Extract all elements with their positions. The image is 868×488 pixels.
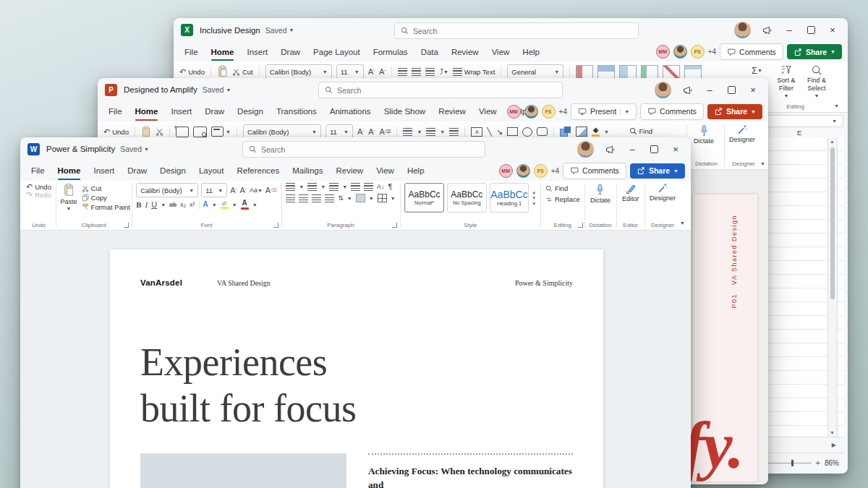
comments-button[interactable]: Comments [563,163,626,179]
share-button[interactable]: Share ▼ [787,44,842,59]
shading-button[interactable] [356,194,365,202]
tab-review[interactable]: Review [432,101,472,121]
collapse-ribbon-icon[interactable]: ▼ [680,221,685,226]
tab-view[interactable]: View [370,160,401,181]
clear-formatting-button[interactable]: A⌫ [265,187,277,194]
close-button[interactable]: × [742,82,764,98]
comments-button[interactable]: Comments [720,43,783,60]
copy-button[interactable]: Copy [82,194,130,202]
grow-font-button[interactable]: Aˆ [230,187,237,194]
word-search-input[interactable]: Search [242,141,485,158]
sort-button[interactable]: A↓ [377,184,385,190]
close-button[interactable]: × [665,142,686,158]
scroll-down-icon[interactable]: ▼ [830,430,835,435]
sort-filter-button[interactable]: Sort & Filter ▼ [773,64,800,98]
shrink-font-button[interactable]: Aˇ [379,68,386,76]
collapse-ribbon-icon[interactable]: ▼ [760,161,765,166]
tab-draw[interactable]: Draw [121,160,153,181]
align-top-button[interactable] [398,68,407,76]
tab-review[interactable]: Review [329,160,370,181]
insert-cells-button[interactable] [641,65,658,79]
user-avatar[interactable] [655,82,671,98]
tab-help[interactable]: Help [516,42,546,61]
redo-button[interactable]: ↷Redo [26,191,51,199]
text-effects-button[interactable]: A [203,201,208,208]
collaborator-avatar[interactable]: MM [656,45,670,59]
format-painter-button[interactable]: Format Paint [82,203,130,211]
tab-draw[interactable]: Draw [274,42,307,61]
font-name-select[interactable]: Calibri (Body)▼ [265,64,332,79]
collaborator-avatar[interactable]: FS [542,105,556,119]
paste-button[interactable]: Paste ▼ [61,183,77,211]
line-spacing-button[interactable]: ⇅ [338,195,344,202]
shrink-font-button[interactable]: Aˇ [368,128,375,136]
numbering-button[interactable] [426,128,435,136]
tab-animations[interactable]: Animations [323,101,378,121]
find-button[interactable]: Find [545,184,580,192]
paste-button[interactable] [217,65,228,78]
font-color-button[interactable]: A [241,200,249,210]
rectangle-shape-button[interactable] [507,127,518,136]
zoom-in-button[interactable]: + [816,458,820,467]
autosum-button[interactable]: Σ▼ [752,66,762,75]
strikethrough-button[interactable]: ab [169,202,176,208]
decrease-indent-button[interactable] [351,183,360,191]
tab-view[interactable]: View [485,42,516,61]
column-header-label[interactable]: E [797,129,801,137]
cell-styles-button[interactable] [619,65,637,79]
designer-button[interactable]: Designer [650,183,676,202]
find-button[interactable]: Find [629,127,652,135]
style-no-spacing[interactable]: AaBbCc No Spacing [447,183,487,213]
paste-button[interactable] [141,126,151,138]
maximize-button[interactable] [800,22,822,38]
tab-references[interactable]: References [230,160,286,181]
increase-indent-button[interactable] [364,183,373,191]
delete-cells-button[interactable] [663,65,680,79]
cut-button[interactable]: Cut [82,184,130,192]
shape-fill-button[interactable]: ◆ [592,127,600,137]
line-shape-button[interactable]: ╲ [487,128,492,136]
bullets-button[interactable] [286,183,295,191]
tab-transitions[interactable]: Transitions [270,101,323,121]
tab-slide-show[interactable]: Slide Show [378,101,433,121]
scroll-right-icon[interactable]: ▶ [832,442,836,448]
replace-button[interactable]: Replace [545,195,580,203]
conditional-formatting-button[interactable] [576,65,593,79]
minimize-button[interactable]: – [778,22,800,38]
collaborator-avatar[interactable]: FS [691,45,705,59]
align-middle-button[interactable] [412,68,421,76]
collaborator-avatar[interactable]: MM [499,164,513,178]
ellipse-shape-button[interactable] [522,127,532,137]
collaborator-overflow[interactable]: +4 [708,48,716,56]
font-size-select[interactable]: 11▼ [336,64,364,79]
feedback-megaphone-icon[interactable] [600,142,621,158]
tab-page-layout[interactable]: Page Layout [307,42,367,61]
collaborator-overflow[interactable]: +4 [551,167,559,175]
reuse-slides-button[interactable] [193,127,207,137]
number-format-select[interactable]: General▼ [507,64,563,79]
align-right-button[interactable] [312,194,321,202]
tab-view[interactable]: View [472,101,503,121]
present-button[interactable]: Present ▼ [571,103,637,120]
tab-insert[interactable]: Insert [164,101,198,121]
collaborator-avatar[interactable]: MM [507,105,521,119]
undo-button[interactable]: ↶Undo [179,68,205,76]
style-normal[interactable]: AaBbCc Normal* [404,183,444,213]
style-heading-1[interactable]: AaBbCc Heading 1 [490,183,529,213]
minimize-button[interactable]: – [621,142,643,158]
editing-dialog-launcher[interactable] [578,223,583,228]
maximize-button[interactable] [643,142,665,158]
tab-home[interactable]: Home [205,42,241,61]
editor-button[interactable]: Editor [621,183,640,202]
collaborator-overflow[interactable]: +4 [559,108,567,116]
user-avatar[interactable] [577,141,594,158]
paragraph-dialog-launcher[interactable] [392,223,397,228]
bullets-button[interactable] [403,128,412,136]
justify-button[interactable] [325,194,334,202]
font-size-select[interactable]: 11▼ [326,124,353,139]
document-image-placeholder[interactable] [140,453,346,488]
align-center-button[interactable] [299,194,308,202]
tab-help[interactable]: Help [401,160,431,181]
powerpoint-save-status[interactable]: Saved ▼ [203,85,231,94]
tab-home[interactable]: Home [129,101,165,121]
